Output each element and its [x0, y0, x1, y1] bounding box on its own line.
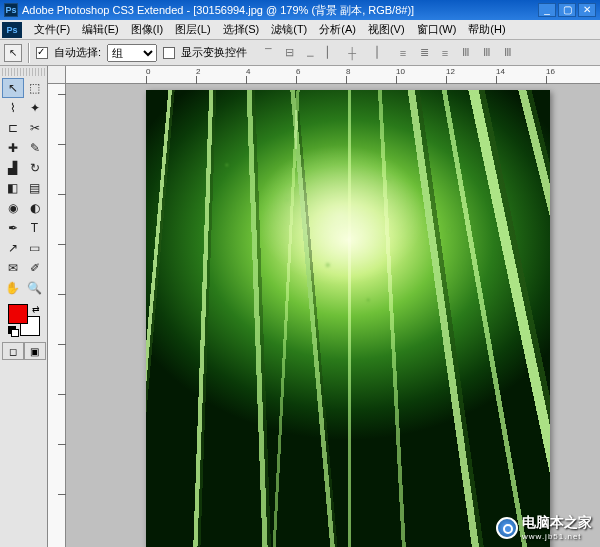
minimize-button[interactable]: _: [538, 3, 556, 17]
ruler-tick: [58, 294, 66, 295]
ruler-tick: [246, 76, 247, 84]
align-top-icon[interactable]: ⎺: [259, 44, 277, 62]
ruler-tick-label: 14: [496, 67, 505, 76]
menu-filter[interactable]: 滤镜(T): [265, 20, 313, 39]
screenmode-button[interactable]: ▣: [24, 342, 46, 360]
close-button[interactable]: ✕: [578, 3, 596, 17]
ruler-tick: [58, 494, 66, 495]
menu-file[interactable]: 文件(F): [28, 20, 76, 39]
tool-gradient[interactable]: ▤: [24, 178, 46, 198]
ruler-tick-label: 4: [246, 67, 250, 76]
tool-marquee[interactable]: ⬚: [24, 78, 46, 98]
image-content: [146, 90, 550, 547]
watermark: 电脑本之家 www.jb51.net: [496, 514, 592, 541]
tool-move[interactable]: ↖: [2, 78, 24, 98]
ruler-tick-label: 10: [396, 67, 405, 76]
current-tool-indicator[interactable]: ↖: [4, 44, 22, 62]
menu-select[interactable]: 选择(S): [217, 20, 266, 39]
ruler-tick: [546, 76, 547, 84]
ps-badge-icon: Ps: [2, 22, 22, 38]
ruler-tick: [58, 344, 66, 345]
menu-analysis[interactable]: 分析(A): [313, 20, 362, 39]
tool-lasso[interactable]: ⌇: [2, 98, 24, 118]
distribute-hcenter-icon[interactable]: Ⅲ: [478, 44, 496, 62]
tool-notes[interactable]: ✉: [2, 258, 24, 278]
menu-bar: Ps 文件(F) 编辑(E) 图像(I) 图层(L) 选择(S) 滤镜(T) 分…: [0, 20, 600, 40]
align-left-icon[interactable]: ▏: [322, 44, 340, 62]
ruler-vertical[interactable]: [48, 84, 66, 547]
menu-edit[interactable]: 编辑(E): [76, 20, 125, 39]
ruler-horizontal[interactable]: 0 2 4 6 8 10 12 14 16: [66, 66, 600, 84]
watermark-text: 电脑本之家 www.jb51.net: [522, 514, 592, 541]
separator: [28, 43, 30, 63]
tool-slice[interactable]: ✂: [24, 118, 46, 138]
color-swatches: ⇄: [8, 304, 40, 336]
ruler-tick: [496, 76, 497, 84]
auto-select-checkbox[interactable]: [36, 47, 48, 59]
distribute-vcenter-icon[interactable]: ≣: [415, 44, 433, 62]
ruler-tick: [58, 194, 66, 195]
auto-select-label: 自动选择:: [54, 45, 101, 60]
align-bottom-icon[interactable]: ⎽: [301, 44, 319, 62]
menu-view[interactable]: 视图(V): [362, 20, 411, 39]
tool-pen[interactable]: ✒: [2, 218, 24, 238]
tool-crop[interactable]: ⊏: [2, 118, 24, 138]
ruler-tick: [196, 76, 197, 84]
ruler-tick-label: 6: [296, 67, 300, 76]
align-right-icon[interactable]: ▕: [364, 44, 382, 62]
move-icon: ↖: [9, 47, 17, 58]
tool-stamp[interactable]: ▟: [2, 158, 24, 178]
ruler-tick: [296, 76, 297, 84]
distribute-right-icon[interactable]: Ⅲ: [499, 44, 517, 62]
ruler-tick-label: 8: [346, 67, 350, 76]
menu-help[interactable]: 帮助(H): [462, 20, 511, 39]
quickmask-button[interactable]: ◻: [2, 342, 24, 360]
tool-type[interactable]: T: [24, 218, 46, 238]
distribute-buttons: ≡ ≣ ≡ Ⅲ Ⅲ Ⅲ: [394, 44, 517, 62]
menu-layer[interactable]: 图层(L): [169, 20, 216, 39]
tool-dodge[interactable]: ◐: [24, 198, 46, 218]
align-vcenter-icon[interactable]: ⊟: [280, 44, 298, 62]
ruler-tick-label: 0: [146, 67, 150, 76]
maximize-button[interactable]: ▢: [558, 3, 576, 17]
ruler-tick-label: 12: [446, 67, 455, 76]
window-controls: _ ▢ ✕: [538, 3, 596, 17]
tool-path-select[interactable]: ↗: [2, 238, 24, 258]
align-hcenter-icon[interactable]: ┼: [343, 44, 361, 62]
ruler-tick: [58, 144, 66, 145]
screen-mode-buttons: ◻ ▣: [2, 342, 46, 360]
menu-window[interactable]: 窗口(W): [411, 20, 463, 39]
toolbox: ↖ ⬚ ⌇ ✦ ⊏ ✂ ✚ ✎ ▟ ↻ ◧ ▤ ◉ ◐ ✒ T ↗ ▭ ✉ ✐ …: [0, 66, 48, 547]
toolbox-grip[interactable]: [2, 68, 46, 76]
show-transform-label: 显示变换控件: [181, 45, 247, 60]
ruler-tick: [58, 244, 66, 245]
app-icon: Ps: [4, 3, 18, 17]
title-bar: Ps Adobe Photoshop CS3 Extended - [30156…: [0, 0, 600, 20]
tool-eraser[interactable]: ◧: [2, 178, 24, 198]
tool-quick-select[interactable]: ✦: [24, 98, 46, 118]
ruler-tick: [346, 76, 347, 84]
tool-eyedropper[interactable]: ✐: [24, 258, 46, 278]
tool-healing[interactable]: ✚: [2, 138, 24, 158]
ruler-tick: [146, 76, 147, 84]
tool-history-brush[interactable]: ↻: [24, 158, 46, 178]
distribute-bottom-icon[interactable]: ≡: [436, 44, 454, 62]
title-text: Adobe Photoshop CS3 Extended - [30156994…: [22, 3, 414, 18]
tool-brush[interactable]: ✎: [24, 138, 46, 158]
tool-blur[interactable]: ◉: [2, 198, 24, 218]
tool-hand[interactable]: ✋: [2, 278, 24, 298]
menu-image[interactable]: 图像(I): [125, 20, 169, 39]
tool-zoom[interactable]: 🔍: [24, 278, 46, 298]
swap-colors-icon[interactable]: ⇄: [32, 304, 40, 314]
tool-shape[interactable]: ▭: [24, 238, 46, 258]
auto-select-dropdown[interactable]: 组: [107, 44, 157, 62]
default-colors-icon[interactable]: [8, 326, 18, 336]
foreground-color-swatch[interactable]: [8, 304, 28, 324]
distribute-top-icon[interactable]: ≡: [394, 44, 412, 62]
ruler-tick: [58, 94, 66, 95]
canvas-area: 0 2 4 6 8 10 12 14 16: [48, 66, 600, 547]
show-transform-checkbox[interactable]: [163, 47, 175, 59]
watermark-brand: 电脑本之家: [522, 514, 592, 530]
distribute-left-icon[interactable]: Ⅲ: [457, 44, 475, 62]
document-canvas[interactable]: [146, 90, 550, 547]
